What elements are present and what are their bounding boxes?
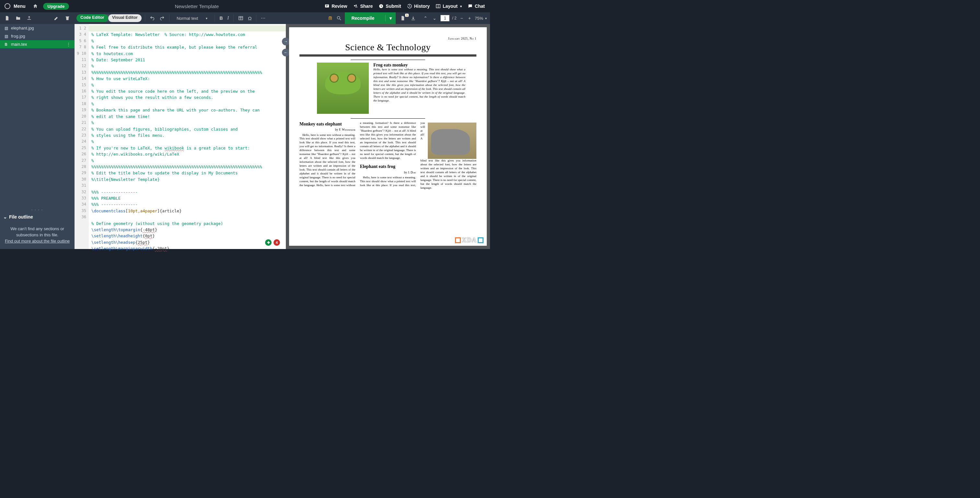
- history-button[interactable]: History: [407, 3, 430, 9]
- errors-badge[interactable]: 4: [274, 239, 280, 246]
- next-highlight-button[interactable]: ⌄: [431, 15, 438, 21]
- article2-title: Monkey eats elephant: [299, 121, 355, 127]
- italic-button[interactable]: I: [226, 15, 231, 21]
- pdf-page: January 2025, No 1 Science & Technology …: [289, 27, 487, 246]
- article1-body: Hello, here is some text without a meani…: [373, 68, 465, 103]
- table-icon: [238, 16, 243, 21]
- more-button[interactable]: ⋯: [259, 15, 267, 21]
- chevron-down-icon: ▾: [206, 16, 207, 20]
- elephant-image: [428, 123, 476, 159]
- redo-button[interactable]: [158, 15, 166, 21]
- frog-image: [317, 62, 369, 114]
- newsletter-masthead: Science & Technology: [299, 42, 476, 53]
- upload-icon: [27, 16, 32, 21]
- history-icon: [407, 3, 412, 9]
- new-folder-button[interactable]: [14, 15, 22, 21]
- submit-button[interactable]: Submit: [379, 3, 401, 9]
- file-item-frog-jpg[interactable]: ▧frog.jpg: [0, 32, 75, 40]
- page-number-input[interactable]: [441, 15, 450, 21]
- prev-highlight-button[interactable]: ⌃: [422, 15, 429, 21]
- download-icon: [410, 16, 416, 21]
- menu-button[interactable]: Menu: [3, 2, 27, 10]
- code-editor-tab[interactable]: Code Editor: [76, 14, 108, 22]
- chevron-down-icon: ▾: [460, 5, 462, 8]
- editor-mode-toggle[interactable]: Code Editor Visual Editor: [76, 14, 142, 22]
- file-icon: [400, 16, 406, 21]
- article3-title: Elephant eats frog: [360, 164, 416, 169]
- file-name: main.tex: [11, 42, 27, 47]
- file-name: elephant.jpg: [11, 26, 34, 30]
- zoom-dropdown[interactable]: 75%▾: [475, 16, 487, 21]
- chat-button[interactable]: Chat: [468, 3, 485, 9]
- collapse-preview-button[interactable]: ←: [282, 49, 290, 56]
- file-outline-help-link[interactable]: Find out more about the file outline: [5, 238, 70, 244]
- home-button[interactable]: [30, 1, 40, 11]
- article1-title: Frog eats monkey: [373, 62, 465, 68]
- layout-button[interactable]: Layout▾: [436, 3, 462, 9]
- submit-icon: [379, 3, 384, 9]
- code-area[interactable]: %%%%%%%%%%%%%%%%%%%%%%%%%%%%%%%%%%%%%%%%…: [89, 24, 286, 249]
- rename-button[interactable]: [52, 15, 60, 21]
- zoom-out-button[interactable]: −: [459, 15, 465, 21]
- visual-editor-tab[interactable]: Visual Editor: [108, 14, 142, 22]
- recompile-button[interactable]: Recompile ▾: [345, 12, 396, 24]
- file-name: frog.jpg: [11, 34, 25, 38]
- image-icon: ▧: [4, 26, 8, 30]
- pencil-icon: [54, 16, 59, 21]
- upgrade-button[interactable]: Upgrade: [43, 3, 69, 10]
- code-editor[interactable]: 1 2 3 4 5 6 7 8 9 10 11 12 13 14 15 16 1…: [75, 24, 286, 249]
- insert-symbol-button[interactable]: Ω: [247, 15, 253, 22]
- file-item-main-tex[interactable]: 🗎main.tex⋮: [0, 40, 75, 48]
- chevron-down-icon: ⌄: [3, 214, 7, 220]
- paragraph-style-dropdown[interactable]: Normal text▾: [173, 14, 211, 22]
- ai-button[interactable]: ᗰ: [327, 15, 333, 22]
- folder-icon: [16, 16, 21, 21]
- resize-handle[interactable]: • • • •: [0, 208, 75, 212]
- share-button[interactable]: Share: [353, 3, 373, 9]
- redo-icon: [159, 16, 165, 21]
- download-pdf-button[interactable]: [409, 15, 417, 21]
- menu-label: Menu: [14, 3, 25, 9]
- search-button[interactable]: [335, 15, 343, 21]
- upload-button[interactable]: [25, 15, 33, 21]
- document-title[interactable]: Newsletter Template: [72, 3, 322, 9]
- share-icon: [353, 3, 358, 9]
- recompile-dropdown[interactable]: ▾: [385, 15, 396, 21]
- top-bar: Menu Upgrade Newsletter Template Review …: [0, 0, 490, 12]
- file-outline-empty: We can't find any sections or subsection…: [0, 222, 75, 249]
- article3-byline: by J. Doe: [360, 171, 416, 174]
- svg-point-1: [354, 5, 355, 6]
- log-count-badge: 1: [405, 14, 409, 17]
- logs-button[interactable]: 1: [399, 15, 407, 21]
- undo-button[interactable]: [148, 15, 156, 21]
- bold-button[interactable]: B: [218, 15, 224, 21]
- file-outline-header[interactable]: ⌄ File outline: [0, 212, 75, 222]
- zoom-in-button[interactable]: +: [467, 15, 472, 21]
- file-item-elephant-jpg[interactable]: ▧elephant.jpg: [0, 24, 75, 32]
- xda-watermark: XDA: [455, 236, 484, 244]
- review-icon: [325, 3, 329, 9]
- svg-point-9: [337, 16, 340, 19]
- file-tree-sidebar: ▧elephant.jpg▧frog.jpg🗎main.tex⋮ • • • •…: [0, 24, 75, 249]
- collapse-editor-button[interactable]: →: [282, 38, 290, 45]
- article2-byline: by F. Wenneker: [299, 128, 355, 132]
- toolbar: Code Editor Visual Editor Normal text▾ B…: [0, 12, 490, 24]
- insert-table-button[interactable]: [237, 15, 245, 21]
- overleaf-logo-icon: [5, 3, 10, 9]
- file-menu-button[interactable]: ⋮: [67, 42, 71, 47]
- search-icon: [336, 16, 342, 21]
- new-file-button[interactable]: [3, 15, 11, 21]
- delete-button[interactable]: [64, 15, 71, 21]
- undo-icon: [150, 16, 155, 21]
- image-icon: ▧: [4, 34, 8, 38]
- suggestions-badge[interactable]: ✚: [265, 239, 272, 246]
- page-total: / 2: [452, 16, 456, 21]
- svg-point-2: [355, 5, 357, 6]
- code-diagnostics[interactable]: ✚ 4: [265, 239, 280, 246]
- svg-line-10: [340, 19, 341, 20]
- home-icon: [33, 3, 38, 9]
- review-button[interactable]: Review: [325, 3, 347, 9]
- chat-icon: [468, 3, 473, 9]
- pdf-preview[interactable]: January 2025, No 1 Science & Technology …: [286, 24, 490, 249]
- layout-icon: [436, 3, 441, 9]
